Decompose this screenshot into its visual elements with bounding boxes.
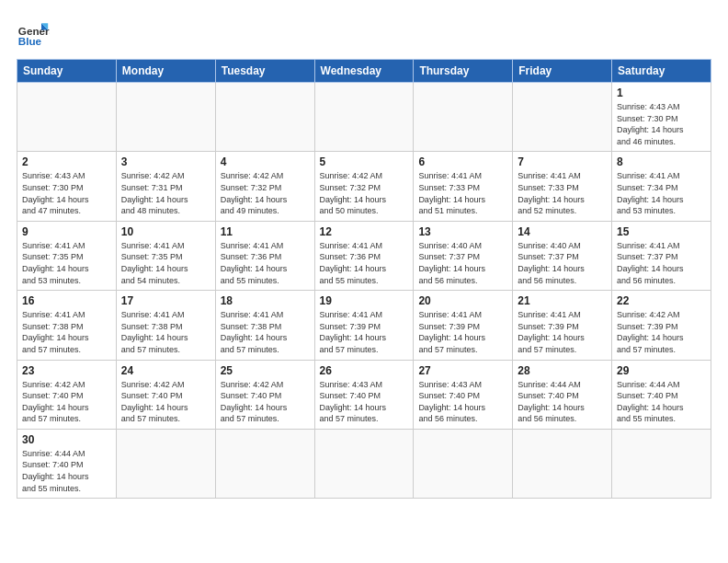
day-cell: 11Sunrise: 4:41 AM Sunset: 7:36 PM Dayli… bbox=[215, 221, 314, 290]
svg-text:Blue: Blue bbox=[18, 35, 42, 47]
day-number: 27 bbox=[418, 364, 507, 377]
day-cell: 19Sunrise: 4:41 AM Sunset: 7:39 PM Dayli… bbox=[314, 291, 414, 360]
day-cell bbox=[215, 429, 314, 498]
day-info: Sunrise: 4:41 AM Sunset: 7:33 PM Dayligh… bbox=[418, 170, 507, 216]
day-number: 21 bbox=[518, 294, 607, 307]
day-cell bbox=[513, 429, 612, 498]
day-cell: 16Sunrise: 4:41 AM Sunset: 7:38 PM Dayli… bbox=[17, 291, 117, 360]
day-info: Sunrise: 4:43 AM Sunset: 7:30 PM Dayligh… bbox=[617, 101, 706, 147]
day-number: 26 bbox=[320, 364, 409, 377]
day-info: Sunrise: 4:42 AM Sunset: 7:39 PM Dayligh… bbox=[617, 309, 706, 355]
day-number: 30 bbox=[22, 433, 111, 446]
day-number: 12 bbox=[320, 225, 409, 238]
day-number: 11 bbox=[221, 225, 310, 238]
day-number: 17 bbox=[121, 294, 210, 307]
day-number: 1 bbox=[617, 86, 706, 99]
weekday-saturday: Saturday bbox=[612, 60, 711, 83]
day-cell: 9Sunrise: 4:41 AM Sunset: 7:35 PM Daylig… bbox=[17, 221, 117, 290]
day-number: 18 bbox=[221, 294, 310, 307]
day-cell: 24Sunrise: 4:42 AM Sunset: 7:40 PM Dayli… bbox=[116, 360, 215, 429]
day-info: Sunrise: 4:41 AM Sunset: 7:35 PM Dayligh… bbox=[121, 240, 210, 286]
day-info: Sunrise: 4:41 AM Sunset: 7:36 PM Dayligh… bbox=[320, 240, 409, 286]
day-info: Sunrise: 4:42 AM Sunset: 7:32 PM Dayligh… bbox=[221, 170, 310, 216]
calendar-page: General Blue SundayMondayTuesdayWednesda… bbox=[0, 0, 728, 508]
day-cell: 21Sunrise: 4:41 AM Sunset: 7:39 PM Dayli… bbox=[513, 291, 612, 360]
day-info: Sunrise: 4:42 AM Sunset: 7:32 PM Dayligh… bbox=[320, 170, 409, 216]
logo: General Blue bbox=[17, 17, 50, 50]
day-number: 4 bbox=[221, 155, 310, 168]
day-cell: 26Sunrise: 4:43 AM Sunset: 7:40 PM Dayli… bbox=[314, 360, 414, 429]
day-cell: 30Sunrise: 4:44 AM Sunset: 7:40 PM Dayli… bbox=[17, 429, 117, 498]
day-cell: 22Sunrise: 4:42 AM Sunset: 7:39 PM Dayli… bbox=[612, 291, 711, 360]
day-cell bbox=[215, 83, 314, 152]
day-cell: 3Sunrise: 4:42 AM Sunset: 7:31 PM Daylig… bbox=[116, 152, 215, 221]
week-row-6: 30Sunrise: 4:44 AM Sunset: 7:40 PM Dayli… bbox=[17, 429, 711, 498]
day-cell bbox=[513, 83, 612, 152]
day-number: 3 bbox=[121, 155, 210, 168]
weekday-header-row: SundayMondayTuesdayWednesdayThursdayFrid… bbox=[17, 60, 711, 83]
day-cell: 23Sunrise: 4:42 AM Sunset: 7:40 PM Dayli… bbox=[17, 360, 117, 429]
day-number: 29 bbox=[617, 364, 706, 377]
weekday-sunday: Sunday bbox=[17, 60, 117, 83]
day-number: 23 bbox=[22, 364, 111, 377]
day-number: 13 bbox=[418, 225, 507, 238]
day-number: 5 bbox=[320, 155, 409, 168]
day-info: Sunrise: 4:43 AM Sunset: 7:30 PM Dayligh… bbox=[22, 170, 111, 216]
day-number: 9 bbox=[22, 225, 111, 238]
day-cell bbox=[612, 429, 711, 498]
day-cell bbox=[116, 429, 215, 498]
day-info: Sunrise: 4:40 AM Sunset: 7:37 PM Dayligh… bbox=[518, 240, 607, 286]
day-number: 14 bbox=[518, 225, 607, 238]
day-cell: 7Sunrise: 4:41 AM Sunset: 7:33 PM Daylig… bbox=[513, 152, 612, 221]
day-number: 2 bbox=[22, 155, 111, 168]
day-cell: 29Sunrise: 4:44 AM Sunset: 7:40 PM Dayli… bbox=[612, 360, 711, 429]
day-cell: 1Sunrise: 4:43 AM Sunset: 7:30 PM Daylig… bbox=[612, 83, 711, 152]
day-info: Sunrise: 4:41 AM Sunset: 7:37 PM Dayligh… bbox=[617, 240, 706, 286]
day-cell bbox=[116, 83, 215, 152]
day-cell: 18Sunrise: 4:41 AM Sunset: 7:38 PM Dayli… bbox=[215, 291, 314, 360]
week-row-5: 23Sunrise: 4:42 AM Sunset: 7:40 PM Dayli… bbox=[17, 360, 711, 429]
weekday-wednesday: Wednesday bbox=[314, 60, 414, 83]
day-info: Sunrise: 4:41 AM Sunset: 7:39 PM Dayligh… bbox=[418, 309, 507, 355]
day-cell bbox=[314, 83, 414, 152]
day-cell bbox=[414, 429, 513, 498]
day-number: 6 bbox=[418, 155, 507, 168]
logo-icon: General Blue bbox=[17, 17, 50, 50]
day-cell: 8Sunrise: 4:41 AM Sunset: 7:34 PM Daylig… bbox=[612, 152, 711, 221]
day-info: Sunrise: 4:43 AM Sunset: 7:40 PM Dayligh… bbox=[418, 379, 507, 425]
weekday-monday: Monday bbox=[116, 60, 215, 83]
day-info: Sunrise: 4:44 AM Sunset: 7:40 PM Dayligh… bbox=[518, 379, 607, 425]
day-number: 25 bbox=[221, 364, 310, 377]
week-row-2: 2Sunrise: 4:43 AM Sunset: 7:30 PM Daylig… bbox=[17, 152, 711, 221]
day-cell bbox=[17, 83, 117, 152]
day-info: Sunrise: 4:41 AM Sunset: 7:35 PM Dayligh… bbox=[22, 240, 111, 286]
day-number: 28 bbox=[518, 364, 607, 377]
day-info: Sunrise: 4:41 AM Sunset: 7:36 PM Dayligh… bbox=[221, 240, 310, 286]
day-number: 8 bbox=[617, 155, 706, 168]
day-number: 16 bbox=[22, 294, 111, 307]
day-info: Sunrise: 4:41 AM Sunset: 7:34 PM Dayligh… bbox=[617, 170, 706, 216]
day-cell: 4Sunrise: 4:42 AM Sunset: 7:32 PM Daylig… bbox=[215, 152, 314, 221]
day-info: Sunrise: 4:42 AM Sunset: 7:40 PM Dayligh… bbox=[221, 379, 310, 425]
day-number: 10 bbox=[121, 225, 210, 238]
header: General Blue bbox=[17, 17, 711, 50]
day-number: 19 bbox=[320, 294, 409, 307]
day-cell: 28Sunrise: 4:44 AM Sunset: 7:40 PM Dayli… bbox=[513, 360, 612, 429]
day-number: 20 bbox=[418, 294, 507, 307]
day-cell: 20Sunrise: 4:41 AM Sunset: 7:39 PM Dayli… bbox=[414, 291, 513, 360]
week-row-4: 16Sunrise: 4:41 AM Sunset: 7:38 PM Dayli… bbox=[17, 291, 711, 360]
day-number: 22 bbox=[617, 294, 706, 307]
weekday-friday: Friday bbox=[513, 60, 612, 83]
day-info: Sunrise: 4:42 AM Sunset: 7:40 PM Dayligh… bbox=[121, 379, 210, 425]
day-number: 7 bbox=[518, 155, 607, 168]
day-info: Sunrise: 4:41 AM Sunset: 7:39 PM Dayligh… bbox=[518, 309, 607, 355]
day-cell: 14Sunrise: 4:40 AM Sunset: 7:37 PM Dayli… bbox=[513, 221, 612, 290]
day-cell: 10Sunrise: 4:41 AM Sunset: 7:35 PM Dayli… bbox=[116, 221, 215, 290]
calendar-body: 1Sunrise: 4:43 AM Sunset: 7:30 PM Daylig… bbox=[17, 83, 711, 499]
day-cell: 12Sunrise: 4:41 AM Sunset: 7:36 PM Dayli… bbox=[314, 221, 414, 290]
day-number: 15 bbox=[617, 225, 706, 238]
day-cell: 5Sunrise: 4:42 AM Sunset: 7:32 PM Daylig… bbox=[314, 152, 414, 221]
day-info: Sunrise: 4:41 AM Sunset: 7:38 PM Dayligh… bbox=[22, 309, 111, 355]
week-row-1: 1Sunrise: 4:43 AM Sunset: 7:30 PM Daylig… bbox=[17, 83, 711, 152]
weekday-thursday: Thursday bbox=[414, 60, 513, 83]
